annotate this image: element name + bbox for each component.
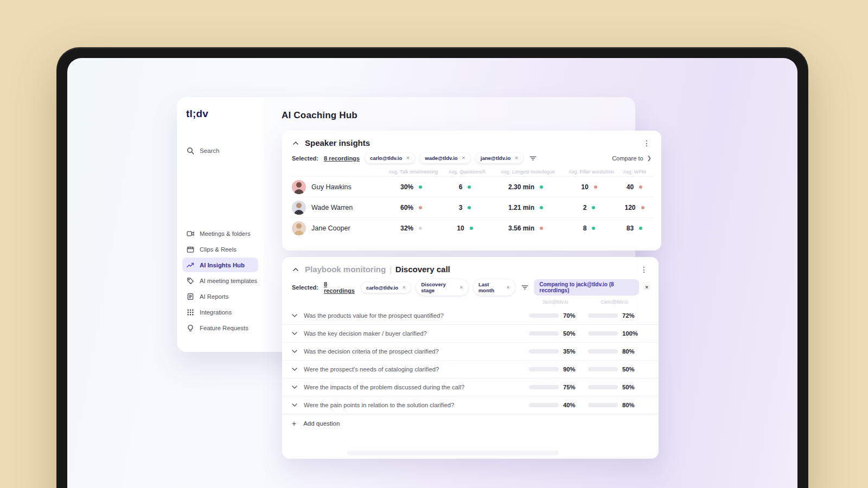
speaker-name: Guy Hawkins: [311, 183, 352, 191]
question-row[interactable]: Was the decision criteria of the prospec…: [282, 343, 659, 361]
selected-count-link[interactable]: 8 recordings: [324, 155, 360, 162]
selected-count-link[interactable]: 8 recordings: [324, 281, 356, 294]
sidebar-item-meetings-folders[interactable]: Meetings & folders: [182, 226, 258, 241]
question-row[interactable]: Were the pain points in relation to the …: [282, 396, 659, 414]
table-row[interactable]: Guy Hawkins 30% 6 2.30 min 10 40: [290, 176, 654, 197]
column-header: Avg. Longest monologue: [490, 169, 565, 175]
playbook-title: Discovery call: [395, 265, 450, 274]
kebab-menu-icon[interactable]: ⋮: [639, 266, 649, 273]
sidebar-item-feature-requests[interactable]: Feature Requests: [182, 320, 258, 335]
tag-icon: [187, 277, 194, 285]
report-icon: [187, 293, 194, 300]
status-dot: [540, 206, 543, 209]
search-input[interactable]: Search: [183, 144, 257, 158]
metric-value: 8: [583, 224, 587, 232]
close-icon[interactable]: ✕: [402, 285, 406, 290]
column-header: Avg. Questions/h: [444, 169, 490, 175]
status-dot: [641, 206, 644, 209]
sidebar-nav: Meetings & folders Clips & Reels AI Insi…: [177, 225, 264, 336]
close-icon[interactable]: ✕: [514, 156, 518, 160]
progress-bar: [529, 313, 559, 318]
chip-label: Last month: [478, 281, 502, 293]
filter-chip-carlo[interactable]: carlo@tldv.io ✕: [361, 282, 411, 293]
selected-label: Selected:: [292, 284, 318, 291]
close-icon[interactable]: ✕: [406, 156, 410, 160]
sidebar-item-ai-reports[interactable]: AI Reports: [182, 289, 258, 304]
comparing-chip[interactable]: Comparing to jack@tldv.io (8 recordings): [534, 279, 639, 296]
playbook-filter-row: Selected: 8 recordings carlo@tldv.io ✕ D…: [282, 276, 659, 297]
chevron-down-icon[interactable]: [292, 368, 298, 371]
chevron-down-icon[interactable]: [292, 386, 298, 389]
filter-chip-discovery-stage[interactable]: Discovery stage ✕: [416, 279, 468, 296]
close-icon[interactable]: ✕: [462, 156, 465, 160]
collapse-button[interactable]: [292, 266, 299, 273]
filter-chip-carlo[interactable]: carlo@tldv.io ✕: [365, 153, 414, 163]
question-row[interactable]: Were the prospect's needs of cataloging …: [282, 361, 659, 378]
sidebar-item-clips-reels[interactable]: Clips & Reels: [182, 242, 258, 256]
question-row[interactable]: Was the products value for the prospect …: [282, 307, 659, 325]
search-icon: [187, 147, 194, 155]
speaker-panel-header: Speaker insights ⋮: [282, 131, 661, 150]
percentage-value: 35%: [563, 348, 576, 355]
speaker-name-cell: Jane Cooper: [290, 221, 381, 235]
status-dot: [468, 206, 471, 209]
sidebar-item-label: AI Insights Hub: [200, 262, 245, 268]
compare-to-button[interactable]: Compare to ❯: [612, 155, 652, 162]
speaker-panel-title: Speaker insights: [305, 138, 370, 147]
metric-value: 1.21 min: [508, 204, 534, 211]
search-label: Search: [200, 147, 219, 154]
sidebar-item-ai-insights-hub[interactable]: AI Insights Hub: [182, 258, 258, 272]
bulb-icon: [187, 324, 194, 332]
laptop-frame: tl;dv Search Meetings & folders Clips & …: [56, 47, 808, 488]
filter-icon[interactable]: [529, 156, 537, 161]
close-icon[interactable]: ✕: [644, 285, 649, 290]
close-icon[interactable]: ✕: [506, 285, 510, 290]
percentage-value: 80%: [622, 402, 635, 408]
sidebar-item-integrations[interactable]: Integrations: [182, 305, 258, 319]
status-dot: [419, 206, 422, 209]
add-question-button[interactable]: + Add question: [282, 414, 659, 428]
camera-icon: [187, 230, 194, 237]
progress-bar: [529, 403, 559, 407]
metric-value: 60%: [400, 204, 413, 211]
percentage-value: 100%: [622, 330, 638, 337]
question-text: Was the products value for the prospect …: [304, 312, 444, 319]
question-row[interactable]: Was the key decision maker / buyer clari…: [282, 325, 659, 343]
column-header: Avg. WPM: [617, 169, 652, 175]
percentage-value: 50%: [622, 366, 635, 373]
collapse-button[interactable]: [292, 139, 299, 147]
speaker-filter-row: Selected: 8 recordings carlo@tldv.io ✕ w…: [282, 150, 661, 164]
chevron-down-icon[interactable]: [292, 403, 298, 407]
progress-bar: [588, 403, 618, 407]
grid-icon: [187, 309, 194, 316]
close-icon[interactable]: ✕: [459, 285, 463, 290]
chip-label: Discovery stage: [421, 281, 456, 293]
table-row[interactable]: Jane Cooper 32% 10 3.56 min 8 83: [290, 217, 654, 238]
filter-chip-jane[interactable]: jane@tldv.io ✕: [476, 153, 524, 163]
status-dot: [594, 185, 597, 189]
plus-icon: +: [292, 419, 296, 428]
sidebar-item-label: AI Reports: [200, 293, 228, 300]
avatar: [292, 221, 306, 235]
question-row[interactable]: Were the impacts of the problem discusse…: [282, 378, 659, 396]
filter-icon[interactable]: [521, 285, 528, 290]
progress-bar: [588, 367, 618, 371]
filter-chip-wade[interactable]: wade@tldv.io ✕: [420, 153, 470, 163]
chevron-down-icon[interactable]: [292, 332, 298, 335]
progress-bar: [529, 385, 559, 389]
table-row[interactable]: Wade Warren 60% 3 1.21 min 2 120: [290, 197, 654, 217]
metric-value: 83: [627, 224, 634, 232]
filter-chip-last-month[interactable]: Last month ✕: [474, 279, 515, 296]
tldv-logo: tl;dv: [186, 108, 208, 120]
scroll-fade-strip: [347, 451, 559, 455]
page-title: AI Coaching Hub: [282, 110, 358, 121]
percentage-value: 70%: [563, 312, 576, 319]
speaker-insights-panel: Speaker insights ⋮ Selected: 8 recording…: [282, 131, 661, 251]
chevron-down-icon[interactable]: [292, 314, 298, 317]
chevron-down-icon[interactable]: [292, 350, 298, 353]
sidebar-item-ai-meeting-templates[interactable]: AI meeting templates: [182, 273, 258, 288]
status-dot: [470, 227, 473, 230]
avatar: [292, 180, 306, 194]
speaker-name: Jane Cooper: [311, 224, 350, 232]
kebab-menu-icon[interactable]: ⋮: [642, 139, 652, 147]
